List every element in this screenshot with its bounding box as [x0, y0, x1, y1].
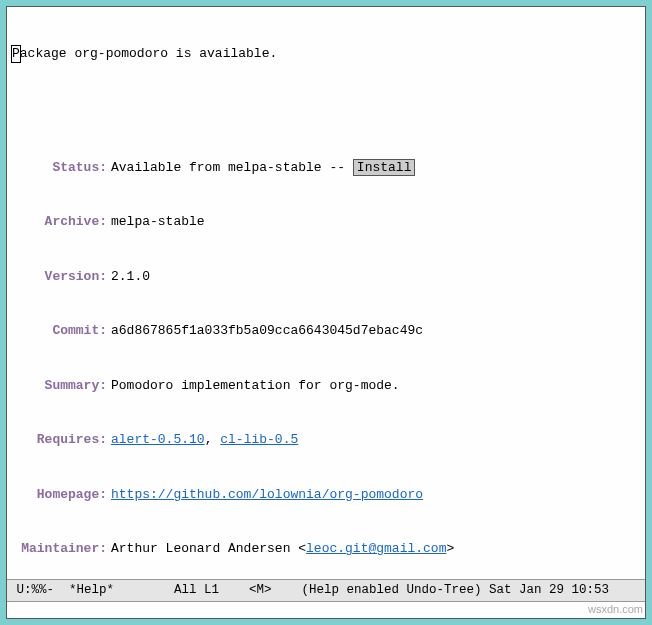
maintainer-email-link[interactable]: leoc.git@gmail.com: [306, 541, 446, 556]
version-label: Version:: [11, 268, 111, 286]
commit-label: Commit:: [11, 322, 111, 340]
mode-line: U:%%- *Help* All L1 <M> (Help enabled Un…: [7, 579, 645, 603]
summary-label: Summary:: [11, 377, 111, 395]
package-header: Package org-pomodoro is available.: [11, 45, 641, 63]
requires-value: alert-0.5.10, cl-lib-0.5: [111, 431, 641, 449]
commit-value: a6d867865f1a033fb5a09cca6643045d7ebac49c: [111, 322, 641, 340]
maintainer-value: Arthur Leonard Andersen <leoc.git@gmail.…: [111, 540, 641, 558]
homepage-label: Homepage:: [11, 486, 111, 504]
watermark: wsxdn.com: [588, 602, 643, 617]
install-button[interactable]: Install: [353, 159, 416, 176]
archive-value: melpa-stable: [111, 213, 641, 231]
summary-value: Pomodoro implementation for org-mode.: [111, 377, 641, 395]
minibuffer[interactable]: [7, 602, 645, 618]
maintainer-label: Maintainer:: [11, 540, 111, 558]
requires-label: Requires:: [11, 431, 111, 449]
homepage-link[interactable]: https://github.com/lolownia/org-pomodoro: [111, 487, 423, 502]
package-help-buffer: Package org-pomodoro is available. Statu…: [7, 7, 645, 579]
version-value: 2.1.0: [111, 268, 641, 286]
requires-link-cllib[interactable]: cl-lib-0.5: [220, 432, 298, 447]
requires-link-alert[interactable]: alert-0.5.10: [111, 432, 205, 447]
mode-line-text: U:%%- *Help* All L1 <M> (Help enabled Un…: [9, 582, 609, 600]
archive-label: Archive:: [11, 213, 111, 231]
status-label: Status:: [11, 159, 111, 177]
status-value: Available from melpa-stable -- Install: [111, 159, 641, 177]
